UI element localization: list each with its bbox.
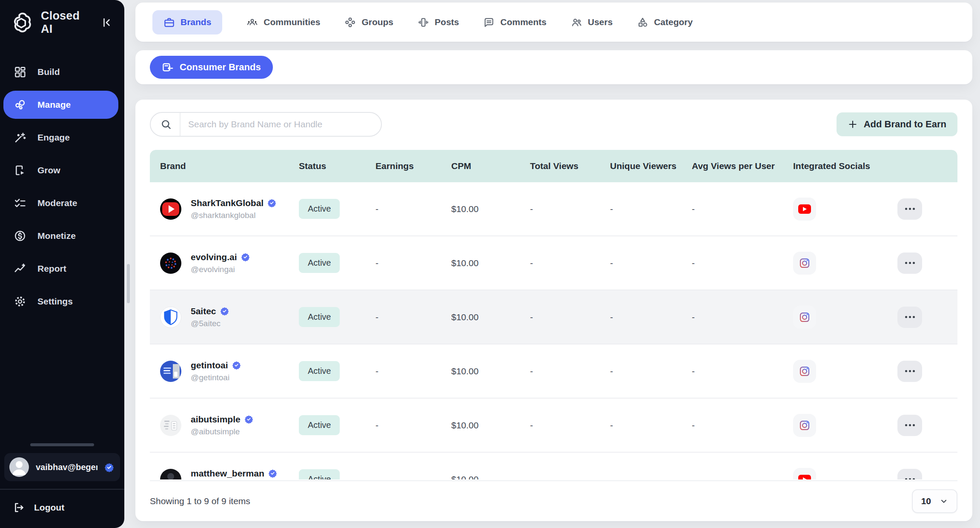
- brand-name: evolving.ai: [191, 252, 237, 262]
- tab-users[interactable]: Users: [571, 17, 613, 28]
- cpm-value: $10.00: [451, 420, 530, 430]
- unique-viewers-value: -: [610, 258, 692, 268]
- instagram-icon: [793, 414, 816, 437]
- brand-search[interactable]: [150, 112, 382, 137]
- row-actions-button[interactable]: [897, 253, 922, 274]
- row-actions-button[interactable]: [897, 307, 922, 328]
- avg-views-value: -: [692, 204, 793, 214]
- sidebar-item-moderate[interactable]: Moderate: [3, 189, 118, 217]
- table-row[interactable]: SharkTankGlobal @sharktankglobal Active …: [150, 182, 957, 236]
- status-badge: Active: [299, 361, 340, 381]
- brands-table: Brand Status Earnings CPM Total Views Un…: [150, 150, 957, 479]
- tab-comments[interactable]: Comments: [483, 17, 547, 28]
- table-footer: Showing 1 to 9 of 9 items 10: [150, 480, 957, 521]
- total-views-value: -: [530, 474, 610, 480]
- dollar-circle-icon: [14, 230, 26, 242]
- column-header-integrated-socials: Integrated Socials: [793, 161, 897, 171]
- sidebar-item-engage[interactable]: Engage: [3, 123, 118, 152]
- tab-brands[interactable]: Brands: [152, 10, 222, 34]
- briefcase-icon: [163, 17, 175, 28]
- row-actions-button[interactable]: [897, 469, 922, 480]
- pagination-summary: Showing 1 to 9 of 9 items: [150, 496, 250, 506]
- column-header-status: Status: [299, 161, 375, 171]
- table-row[interactable]: matthew_berman @matthewberman Active - $…: [150, 453, 957, 479]
- chat-icon: [483, 17, 495, 28]
- instagram-icon: [793, 360, 816, 383]
- avg-views-value: -: [692, 258, 793, 268]
- sidebar-item-build[interactable]: Build: [3, 58, 118, 86]
- total-views-value: -: [530, 204, 610, 214]
- main-area: Brands Communities Groups: [124, 0, 980, 528]
- add-brand-button[interactable]: Add Brand to Earn: [837, 112, 957, 136]
- total-views-value: -: [530, 312, 610, 322]
- search-input[interactable]: [188, 119, 378, 129]
- tab-category[interactable]: Category: [637, 17, 693, 28]
- user-account-card[interactable]: vaibhav@begenu...: [4, 453, 120, 481]
- instagram-icon: [793, 252, 816, 275]
- sidebar-scrollbar[interactable]: [127, 264, 130, 303]
- row-actions-button[interactable]: [897, 415, 922, 436]
- logout-icon: [13, 502, 25, 514]
- sidebar-item-report[interactable]: Report: [3, 255, 118, 283]
- table-row[interactable]: getintoai @getintoai Active - $10.00 - -…: [150, 344, 957, 399]
- status-badge: Active: [299, 199, 340, 219]
- brand-avatar: [160, 361, 181, 382]
- sidebar-drag-handle[interactable]: [30, 443, 94, 446]
- sidebar-item-grow[interactable]: Grow: [3, 156, 118, 184]
- row-actions-button[interactable]: [897, 361, 922, 382]
- verified-badge-icon: [232, 361, 241, 370]
- table-row[interactable]: evolving.ai @evolvingai Active - $10.00 …: [150, 236, 957, 290]
- sidebar-item-settings[interactable]: Settings: [3, 287, 118, 316]
- status-badge: Active: [299, 469, 340, 479]
- user-avatar: [9, 457, 29, 477]
- app-title: Closed AI: [41, 9, 92, 36]
- unique-viewers-value: -: [610, 312, 692, 322]
- magic-wand-icon: [14, 131, 26, 144]
- status-badge: Active: [299, 415, 340, 435]
- column-header-brand: Brand: [150, 161, 299, 171]
- avg-views-value: -: [692, 312, 793, 322]
- sidebar-collapse-button[interactable]: [100, 15, 114, 30]
- consumer-brands-button[interactable]: Consumer Brands: [150, 56, 273, 79]
- instagram-icon: [793, 306, 816, 329]
- verified-badge-icon: [244, 415, 253, 424]
- shapes-icon: [637, 17, 648, 28]
- verified-badge-icon: [267, 198, 276, 207]
- brand-avatar: [160, 253, 181, 274]
- tab-communities[interactable]: Communities: [246, 17, 320, 28]
- table-toolbar: Add Brand to Earn: [150, 112, 957, 137]
- brand-name: 5aitec: [191, 306, 216, 316]
- closed-ai-logo-icon: [9, 11, 33, 34]
- avg-views-value: -: [692, 420, 793, 430]
- column-header-earnings: Earnings: [375, 161, 451, 171]
- column-header-total-views: Total Views: [530, 161, 610, 171]
- brand-avatar: [160, 415, 181, 436]
- cpm-value: $10.00: [451, 204, 530, 214]
- grid-icon: [14, 66, 26, 78]
- tab-groups[interactable]: Groups: [344, 17, 393, 28]
- youtube-icon: [793, 198, 816, 221]
- status-badge: Active: [299, 307, 340, 327]
- sidebar-item-monetize[interactable]: Monetize: [3, 222, 118, 250]
- sidebar-item-manage[interactable]: Manage: [3, 91, 118, 119]
- status-badge: Active: [299, 253, 340, 273]
- table-row[interactable]: 5aitec @5aitec Active - $10.00 - - -: [150, 290, 957, 344]
- table-row[interactable]: aibutsimple @aibutsimple Active - $10.00…: [150, 399, 957, 453]
- phone-vibrate-icon: [418, 17, 429, 28]
- unique-viewers-value: -: [610, 366, 692, 376]
- cpm-value: $10.00: [451, 474, 530, 480]
- brand-handle: @getintoai: [191, 373, 241, 382]
- tab-posts[interactable]: Posts: [418, 17, 459, 28]
- brand-handle: @evolvingai: [191, 265, 250, 274]
- plus-icon: [848, 119, 858, 129]
- unique-viewers-value: -: [610, 474, 692, 480]
- brand-import-icon: [162, 61, 174, 73]
- logout-button[interactable]: Logout: [0, 490, 124, 528]
- sidebar-nav: Build Manage Engage: [0, 43, 124, 316]
- node-cluster-icon: [344, 17, 356, 28]
- device-play-icon: [14, 164, 26, 177]
- row-actions-button[interactable]: [897, 198, 922, 220]
- page-size-select[interactable]: 10: [912, 489, 957, 513]
- brand-name: aibutsimple: [191, 414, 241, 425]
- filter-bar: Consumer Brands: [135, 50, 972, 84]
